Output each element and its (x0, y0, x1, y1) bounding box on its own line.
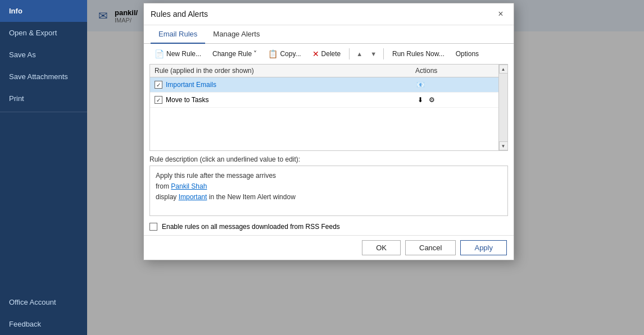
ok-button[interactable]: OK (362, 240, 401, 255)
scrollbar-track (499, 74, 507, 141)
sidebar-item-office-account[interactable]: Office Account (0, 291, 87, 313)
table-scrollbar: ▲ ▼ (498, 65, 507, 150)
rule-checkbox-move-to-tasks[interactable] (155, 96, 162, 104)
rules-toolbar: 📄 New Rule... Change Rule ˅ 📋 Copy... ✕ … (144, 44, 514, 64)
sidebar-item-save-as[interactable]: Save As (0, 44, 87, 66)
rule-actions-move-to-tasks: ⬇ ⚙ (415, 95, 483, 105)
pankil-shah-link[interactable]: Pankil Shah (171, 182, 207, 190)
table-row[interactable]: Move to Tasks ⬇ ⚙ (150, 93, 498, 108)
rules-table: Rule (applied in the order shown) Action… (149, 64, 508, 151)
delete-icon: ✕ (312, 49, 319, 58)
dialog-close-button[interactable]: × (495, 8, 507, 20)
copy-icon: 📋 (268, 49, 278, 58)
tab-manage-alerts[interactable]: Manage Alerts (205, 25, 267, 44)
sidebar: Info Open & Export Save As Save Attachme… (0, 0, 87, 335)
run-rules-now-button[interactable]: Run Rules Now... (387, 48, 450, 60)
new-rule-icon: 📄 (155, 49, 164, 58)
change-rule-button[interactable]: Change Rule ˅ (207, 48, 262, 60)
tab-email-rules[interactable]: Email Rules (151, 25, 205, 44)
important-link[interactable]: Important (179, 193, 207, 201)
sidebar-item-open-export[interactable]: Open & Export (0, 22, 87, 44)
dialog-footer: OK Cancel Apply (144, 235, 514, 260)
rule-description-label: Rule description (click an underlined va… (149, 155, 508, 163)
modal-overlay: Rules and Alerts × Email Rules Manage Al… (87, 0, 644, 335)
rule-actions-important-emails: 📧 (415, 80, 483, 90)
sidebar-item-save-attachments[interactable]: Save Attachments (0, 66, 87, 88)
table-row[interactable]: Important Emails 📧 (150, 77, 498, 93)
table-header: Rule (applied in the order shown) Action… (150, 65, 498, 77)
main-content: ✉ pankil/ IMAP/ + Add Acco... Rules and … (87, 0, 644, 335)
new-rule-button[interactable]: 📄 New Rule... (149, 47, 206, 61)
rule-name-move-to-tasks: Move to Tasks (155, 96, 415, 104)
move-up-button[interactable]: ▲ (353, 48, 366, 59)
move-down-button[interactable]: ▼ (367, 48, 380, 59)
toolbar-separator-2 (383, 48, 384, 59)
action-icon-move: ⬇ (415, 95, 425, 105)
rule-checkbox-important-emails[interactable] (155, 81, 162, 89)
rules-table-body: Important Emails 📧 Move to Tasks (150, 77, 498, 150)
scrollbar-down[interactable]: ▼ (499, 141, 508, 150)
dialog-tabs: Email Rules Manage Alerts (144, 25, 514, 44)
rss-checkbox[interactable] (149, 223, 157, 231)
scrollbar-up[interactable]: ▲ (499, 65, 508, 74)
rules-table-inner: Rule (applied in the order shown) Action… (150, 65, 498, 150)
cancel-button[interactable]: Cancel (405, 240, 456, 255)
rule-name-important-emails: Important Emails (155, 81, 415, 89)
action-icon-email: 📧 (415, 80, 425, 90)
sidebar-item-print[interactable]: Print (0, 88, 87, 109)
copy-button[interactable]: 📋 Copy... (263, 47, 306, 61)
apply-button[interactable]: Apply (460, 240, 507, 255)
rule-description-section: Rule description (click an underlined va… (144, 151, 514, 218)
rss-label: Enable rules on all messages downloaded … (162, 223, 340, 231)
action-icon-settings: ⚙ (427, 95, 437, 105)
toolbar-separator (349, 48, 350, 59)
rss-row: Enable rules on all messages downloaded … (144, 218, 514, 235)
delete-button[interactable]: ✕ Delete (307, 47, 346, 61)
rule-description-box: Apply this rule after the message arrive… (149, 166, 508, 216)
sidebar-item-info[interactable]: Info (0, 0, 87, 22)
dialog-title: Rules and Alerts (151, 10, 208, 19)
rules-and-alerts-dialog: Rules and Alerts × Email Rules Manage Al… (143, 3, 514, 260)
options-button[interactable]: Options (451, 48, 484, 60)
dialog-titlebar: Rules and Alerts × (144, 3, 514, 25)
sidebar-item-feedback[interactable]: Feedback (0, 313, 87, 335)
